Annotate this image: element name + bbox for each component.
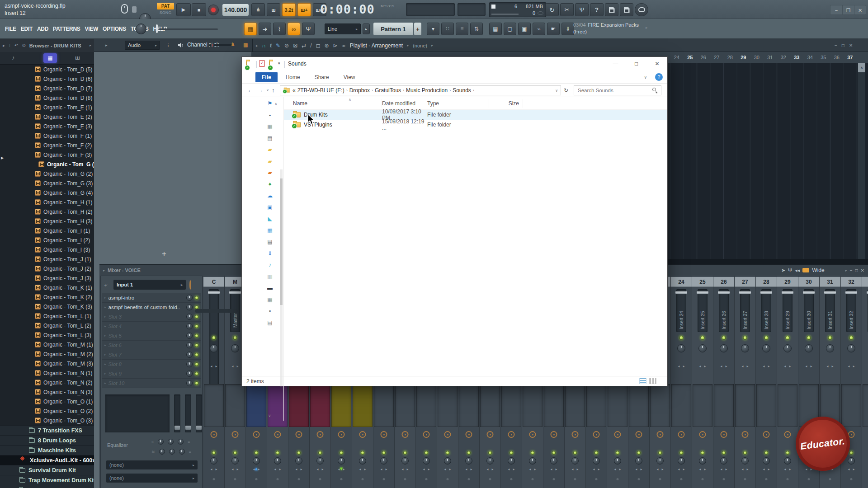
strip-lower-knob[interactable]	[635, 457, 642, 465]
strip-clock-icon[interactable]	[678, 431, 685, 438]
strip-lower-arrows[interactable]: ◂▸	[713, 467, 734, 471]
stop-button[interactable]: ■	[192, 3, 206, 16]
strip-lower-knob[interactable]	[444, 457, 451, 465]
strip-lower-arrows[interactable]: ◂▸	[543, 467, 564, 471]
menu-item[interactable]: ADD	[35, 26, 51, 32]
strip-lower-arrows[interactable]: ◂▸	[458, 467, 479, 471]
browser-kit-item[interactable]: Trap Movement Drum Kit	[0, 475, 94, 485]
slot-mix-knob[interactable]	[186, 342, 193, 348]
strip-clock-icon[interactable]	[636, 431, 642, 438]
mixer-strip[interactable]: 28 Insert 28 ◂▸ ◂▸	[756, 276, 777, 488]
chat-button[interactable]	[635, 3, 648, 16]
strip-clock-icon[interactable]	[381, 431, 387, 438]
strip-color-cap[interactable]	[714, 384, 734, 427]
browser-sample-item[interactable]: Organic - Tom_E (1)	[0, 103, 94, 112]
strip-lower-led[interactable]	[764, 451, 768, 455]
strip-lower-arrows[interactable]: ◂▸	[650, 467, 670, 471]
browser-sample-item[interactable]: Organic - Tom_L (3)	[0, 330, 94, 340]
strip-clock-icon[interactable]	[551, 431, 557, 438]
browser-header-icon[interactable]: ▸	[3, 43, 5, 48]
strip-number[interactable]: 24	[671, 277, 692, 287]
strip-lower-led[interactable]	[340, 451, 343, 455]
ribbon-tab[interactable]: Home	[279, 72, 307, 82]
eq-knob[interactable]	[178, 439, 184, 445]
arrangement-selector[interactable]: (none)	[413, 43, 427, 48]
strip-pan-knob[interactable]	[805, 344, 813, 352]
nav-scrollbar[interactable]	[280, 169, 283, 386]
slot-enable-led[interactable]	[195, 296, 198, 300]
thumbnail-view-button[interactable]	[649, 378, 656, 384]
strip-number[interactable]	[862, 277, 868, 287]
playlist-tool-icon[interactable]: ⇄	[302, 42, 306, 49]
strip-lower-arrows[interactable]: ◂▸	[352, 467, 373, 471]
browser-sample-item[interactable]: Organic - Tom_J (3)	[0, 273, 94, 283]
strip-color-cap[interactable]	[841, 384, 861, 427]
pattern-toolbar-icon[interactable]: ▾	[427, 23, 439, 35]
menu-item[interactable]: FILE	[3, 26, 19, 32]
mixer-header-icon[interactable]: ◂◂	[795, 267, 800, 273]
strip-lower-led[interactable]	[233, 451, 237, 455]
qat-properties-icon[interactable]: ✓	[259, 60, 265, 67]
strip-route-arrows[interactable]: ◂▸	[756, 364, 777, 368]
breadcrumb-segment[interactable]: GratuiTous›	[375, 87, 404, 94]
strip-lower-arrows[interactable]: ◂▸	[480, 467, 500, 471]
strip-color-cap[interactable]	[735, 384, 755, 427]
browser-sample-item[interactable]: Organic - Tom_O (1)	[0, 397, 94, 406]
pattern-toolbar-icon[interactable]: ≡	[456, 23, 468, 35]
playlist-restore-button[interactable]: □	[842, 43, 844, 48]
browser-sample-item[interactable]: Organic - Tom_H (1)	[0, 197, 94, 207]
explorer-nav-icon[interactable]: ◣	[268, 216, 272, 221]
strip-lower-knob[interactable]	[423, 457, 430, 465]
strip-lower-knob[interactable]	[848, 457, 855, 465]
slot-enable-led[interactable]	[195, 372, 198, 375]
strip-lower-arrows[interactable]: ◂▸	[735, 467, 755, 471]
nav-expand-icon[interactable]: ∨	[268, 413, 271, 418]
detach-arrow-icon[interactable]: ▸	[105, 43, 108, 47]
strip-route-arrows[interactable]: ◂▸	[777, 364, 798, 368]
browser-kit-item[interactable]: 8 Drum Loops	[0, 435, 94, 445]
forward-button[interactable]: →	[257, 87, 263, 94]
browser-sample-item[interactable]: Organic - Tom_H (2)	[0, 207, 94, 216]
strip-enable-led[interactable]	[212, 336, 216, 340]
browser-sample-item[interactable]: Organic - Tom_G (4)	[0, 188, 94, 197]
effect-slot[interactable]: ▸ asmpf-benefits-of-custom-fold..	[102, 303, 201, 312]
strip-lower-arrows[interactable]: ◂▸	[862, 467, 868, 471]
eq-knob[interactable]	[179, 449, 185, 455]
window-toolbar-icon[interactable]: ▣	[518, 23, 531, 35]
mixer-title[interactable]: Mixer - VOICE	[108, 267, 141, 273]
strip-route-arrows[interactable]: ◂▸	[713, 364, 734, 368]
send-target-selector[interactable]: (none)▸	[106, 474, 198, 483]
strip-clock-icon[interactable]	[317, 431, 324, 438]
playlist-tool-icon[interactable]: ⊘	[284, 42, 289, 49]
strip-lower-knob[interactable]	[253, 457, 260, 465]
strip-clock-icon[interactable]	[444, 431, 451, 438]
strip-clock-icon[interactable]	[614, 431, 621, 438]
snap-arrow-button[interactable]: ▸	[363, 23, 370, 34]
browser-kit-item[interactable]: Maschine Kits	[0, 445, 94, 455]
strip-number[interactable]: 28	[756, 277, 777, 287]
window-toolbar-icon[interactable]: ⌁	[533, 23, 545, 35]
rack-hscrollbar[interactable]	[195, 309, 238, 313]
strip-lower-arrows[interactable]: ◂▸	[841, 467, 862, 471]
strip-lower-led[interactable]	[425, 451, 428, 455]
slide-pin[interactable]	[156, 24, 158, 33]
browser-sample-item[interactable]: Organic - Tom_E (2)	[0, 112, 94, 122]
strip-lower-knob[interactable]	[295, 457, 302, 465]
back-button[interactable]: ←	[247, 87, 253, 94]
effect-slot[interactable]: ▸ Slot 7	[102, 350, 201, 360]
slot-enable-led[interactable]	[195, 362, 198, 366]
tempo-display[interactable]: 140.000	[222, 4, 249, 16]
file-row[interactable]: Drum Kits 10/09/2017 3:10 PM File folder	[284, 110, 667, 120]
explorer-nav-icon[interactable]: ▥	[267, 274, 272, 279]
window-toolbar-icon[interactable]: ▤	[489, 23, 502, 35]
slot-mix-knob[interactable]	[186, 295, 193, 301]
strip-clock-icon[interactable]	[211, 431, 217, 438]
search-icon[interactable]	[652, 88, 656, 91]
strip-lower-arrows[interactable]: ◂▸	[692, 467, 713, 471]
mixer-header-icon[interactable]: Ψ	[788, 267, 792, 273]
nav-collapse-icon[interactable]: ∧	[274, 102, 278, 106]
mixer-strip[interactable]: 27 Insert 27 ◂▸ ◂▸	[735, 276, 756, 488]
recent-locations-icon[interactable]: ∨	[266, 88, 269, 92]
microphone-button[interactable]: Ψ	[575, 3, 589, 16]
browser-sample-item[interactable]: Organic - Tom_K (3)	[0, 302, 94, 311]
